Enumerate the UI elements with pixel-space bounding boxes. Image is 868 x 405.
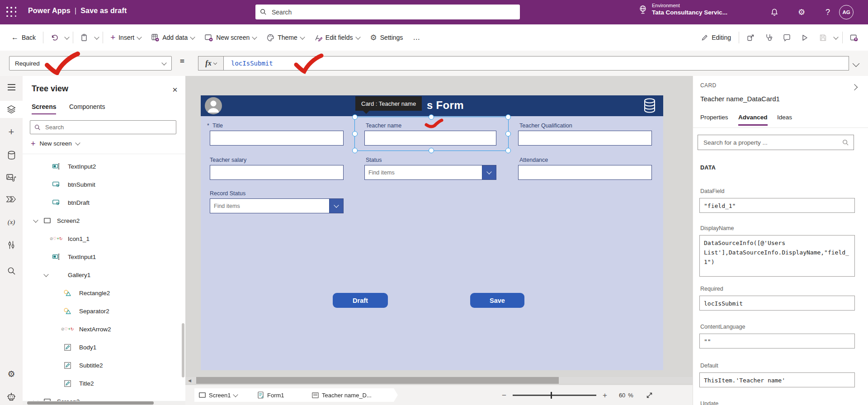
theme-button[interactable]: Theme bbox=[264, 31, 307, 44]
undo-dropdown-chevron[interactable] bbox=[64, 34, 69, 39]
paste-button[interactable] bbox=[77, 31, 91, 44]
canvas-horizontal-scrollbar[interactable]: ◀ bbox=[185, 377, 693, 384]
breadcrumb-datacard[interactable]: Teacher name_D... bbox=[307, 388, 398, 402]
avatar[interactable]: AG bbox=[839, 5, 854, 19]
rail-media-button[interactable] bbox=[0, 169, 23, 186]
rail-data-button[interactable] bbox=[0, 146, 23, 164]
editing-mode-button[interactable]: Editing bbox=[698, 31, 734, 44]
rail-controls-button[interactable] bbox=[0, 236, 23, 254]
waffle-menu-icon[interactable] bbox=[6, 7, 17, 18]
scrollbar-thumb[interactable] bbox=[196, 377, 559, 384]
tree-item[interactable]: Title2 bbox=[23, 374, 182, 392]
publish-button[interactable] bbox=[847, 31, 861, 44]
scroll-left-icon[interactable]: ◀ bbox=[188, 378, 191, 383]
tree-search-input[interactable] bbox=[44, 123, 172, 131]
property-selector[interactable]: Required bbox=[9, 56, 172, 71]
property-value-default[interactable]: ThisItem.'Teacher name' bbox=[699, 372, 855, 387]
breadcrumb-screen1[interactable]: Screen1 bbox=[194, 388, 260, 402]
tree-item[interactable]: Separator2 bbox=[23, 302, 182, 320]
dropdown-record-status[interactable]: Find items bbox=[210, 198, 344, 213]
zoom-out-button[interactable]: − bbox=[502, 391, 506, 400]
tree-item[interactable]: TextInput2 bbox=[23, 157, 182, 175]
formula-input[interactable]: locIsSubmit bbox=[223, 56, 849, 71]
new-screen-menu-button[interactable]: + New screen bbox=[31, 140, 80, 147]
preview-button[interactable] bbox=[798, 31, 811, 44]
more-commands-button[interactable]: … bbox=[410, 33, 423, 42]
tab-components[interactable]: Components bbox=[69, 103, 105, 113]
save-dropdown-chevron[interactable] bbox=[833, 34, 838, 39]
save-form-button[interactable]: Save bbox=[470, 293, 524, 308]
dropdown-button[interactable] bbox=[329, 199, 343, 213]
settings-button[interactable]: ⚙ bbox=[796, 6, 807, 18]
selection-handle[interactable] bbox=[505, 148, 511, 153]
input-teacher-qualification[interactable] bbox=[518, 131, 652, 146]
insert-button[interactable]: + Insert bbox=[107, 31, 144, 44]
undo-button[interactable] bbox=[47, 31, 61, 44]
card-selection-outline[interactable] bbox=[354, 117, 509, 151]
chevron-down-icon[interactable] bbox=[43, 272, 48, 277]
tab-properties[interactable]: Properties bbox=[700, 114, 728, 124]
selection-handle[interactable] bbox=[429, 148, 434, 153]
rail-menu-button[interactable] bbox=[0, 79, 23, 96]
rail-search-button[interactable] bbox=[0, 262, 23, 279]
rail-insert-button[interactable]: + bbox=[0, 123, 23, 141]
tree-vertical-scrollbar[interactable] bbox=[182, 323, 184, 377]
save-button[interactable] bbox=[816, 31, 830, 44]
tree-item[interactable]: btnDraft bbox=[23, 193, 182, 212]
chevron-down-icon[interactable] bbox=[33, 217, 38, 222]
avatar-icon[interactable] bbox=[205, 97, 222, 114]
input-title[interactable] bbox=[210, 131, 344, 146]
breadcrumb-form1[interactable]: Form1 bbox=[253, 388, 314, 402]
property-value-displayname[interactable]: DataSourceInfo([@'Users List'],DataSourc… bbox=[699, 235, 855, 277]
tree-item[interactable]: ⊘♡+↻ Icon1_1 bbox=[23, 230, 182, 248]
dropdown-button[interactable] bbox=[482, 165, 496, 179]
edit-fields-button[interactable]: Edit fields bbox=[311, 31, 363, 44]
notifications-button[interactable] bbox=[769, 6, 780, 18]
paste-dropdown-chevron[interactable] bbox=[94, 34, 99, 39]
property-search[interactable] bbox=[698, 135, 854, 150]
input-attendance[interactable] bbox=[518, 165, 652, 180]
tree-item-gallery[interactable]: Gallery1 bbox=[23, 266, 182, 284]
fx-selector[interactable]: fx bbox=[198, 56, 223, 71]
formula-bar-expand-button[interactable] bbox=[854, 60, 859, 68]
help-button[interactable]: ? bbox=[822, 6, 834, 18]
selection-handle[interactable] bbox=[505, 131, 511, 137]
input-teacher-salary[interactable] bbox=[210, 165, 344, 180]
form-header[interactable]: s Form bbox=[201, 95, 663, 116]
tree-item[interactable]: Body1 bbox=[23, 338, 182, 356]
selection-handle[interactable] bbox=[505, 114, 511, 120]
tree-search[interactable] bbox=[30, 120, 176, 134]
tree-item[interactable]: btnSubmit bbox=[23, 175, 182, 193]
tree-item[interactable]: TextInput1 bbox=[23, 248, 182, 266]
search-input[interactable] bbox=[271, 8, 515, 16]
new-screen-button[interactable]: New screen bbox=[202, 31, 259, 44]
selection-handle[interactable] bbox=[352, 148, 358, 153]
draft-button[interactable]: Draft bbox=[333, 293, 388, 308]
tree-item[interactable]: Rectangle2 bbox=[23, 284, 182, 302]
panel-collapse-button[interactable] bbox=[852, 83, 857, 91]
rail-power-automate-button[interactable] bbox=[0, 191, 23, 208]
add-data-button[interactable]: Add data bbox=[148, 31, 198, 44]
property-value-datafield[interactable]: "field_1" bbox=[699, 198, 855, 213]
settings-toolbar-button[interactable]: ⚙ Settings bbox=[367, 31, 406, 44]
tab-screens[interactable]: Screens bbox=[32, 103, 56, 114]
rail-variables-button[interactable]: (x) bbox=[0, 213, 23, 231]
zoom-slider-thumb[interactable] bbox=[551, 392, 552, 399]
tree-horizontal-scrollbar[interactable] bbox=[23, 401, 185, 405]
tree-close-button[interactable]: ✕ bbox=[170, 85, 180, 95]
zoom-slider[interactable] bbox=[513, 395, 596, 396]
selection-handle[interactable] bbox=[429, 114, 434, 120]
tree-item[interactable]: ⊘♡+↻ NextArrow2 bbox=[23, 320, 182, 338]
selection-handle[interactable] bbox=[352, 131, 358, 137]
zoom-in-button[interactable]: + bbox=[603, 391, 607, 400]
tree-item-screen[interactable]: Screen2 bbox=[23, 212, 182, 230]
back-button[interactable]: ← Back bbox=[8, 31, 39, 44]
fit-to-window-button[interactable] bbox=[646, 392, 653, 399]
share-button[interactable] bbox=[744, 31, 757, 44]
tab-ideas[interactable]: Ideas bbox=[777, 114, 792, 124]
environment-picker[interactable]: Environment Tata Consultancy Servic... bbox=[638, 3, 727, 16]
property-search-input[interactable] bbox=[703, 139, 839, 146]
rail-virtual-agent-button[interactable] bbox=[0, 389, 23, 405]
property-value-contentlanguage[interactable]: "" bbox=[699, 334, 855, 348]
rail-settings-button[interactable]: ⚙ bbox=[0, 365, 23, 382]
